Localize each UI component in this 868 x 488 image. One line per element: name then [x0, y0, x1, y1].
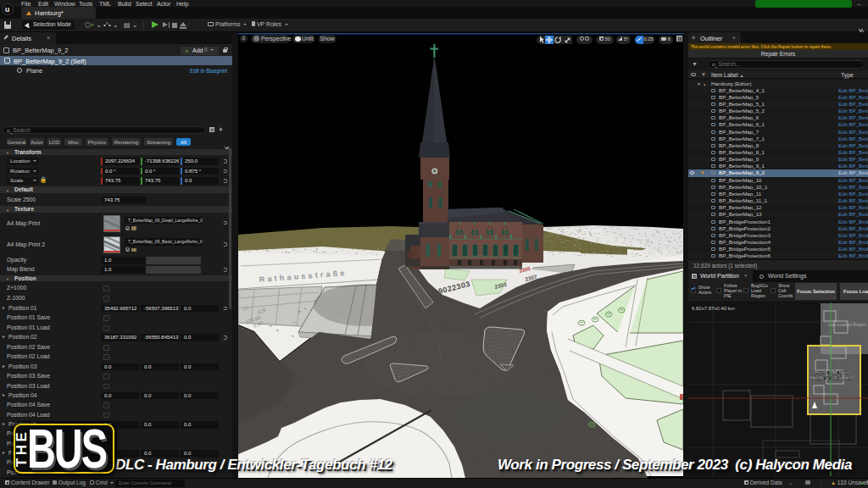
svg-text:BP_BetterMap_9_2: BP_BetterMap_9_2	[810, 375, 853, 380]
svg-text:Loaded Region: Loaded Region	[815, 369, 849, 374]
